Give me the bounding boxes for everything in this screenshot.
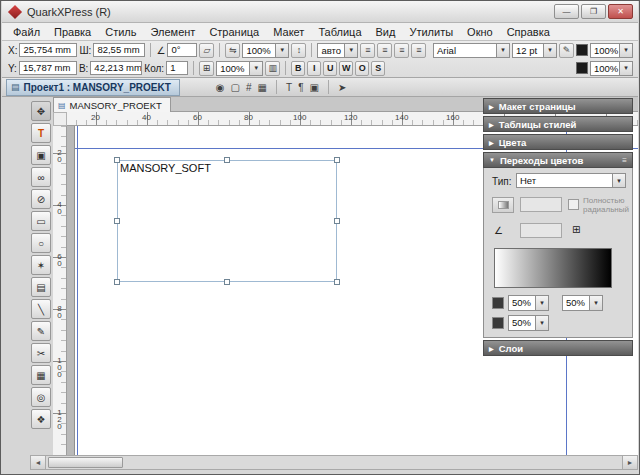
chevron-down-icon[interactable]: ▾ bbox=[590, 295, 603, 311]
selection-handle[interactable] bbox=[224, 157, 230, 163]
picture-content-tool[interactable]: ▣ bbox=[31, 145, 51, 165]
selection-handle[interactable] bbox=[114, 218, 120, 224]
text-content-tool[interactable]: T bbox=[31, 123, 51, 143]
shade3-value[interactable]: 50% bbox=[508, 315, 536, 331]
frames-icon[interactable]: ▢ bbox=[231, 82, 240, 93]
leading-value[interactable]: авто bbox=[317, 43, 345, 58]
selection-handle[interactable] bbox=[224, 279, 230, 285]
flip-horizontal-icon[interactable]: ⇋ bbox=[225, 43, 240, 58]
panel-menu-icon[interactable]: ≡ bbox=[622, 156, 627, 165]
bold-button[interactable]: B bbox=[291, 61, 305, 76]
selection-handle[interactable] bbox=[114, 279, 120, 285]
document-tab[interactable]: ▤ MANSORY_PROEKT bbox=[53, 97, 171, 112]
chevron-down-icon[interactable]: ▾ bbox=[620, 61, 633, 76]
menu-window[interactable]: Окно bbox=[460, 24, 500, 40]
align-right-icon[interactable]: ≡ bbox=[394, 43, 409, 58]
frame-color-swatch[interactable] bbox=[576, 62, 588, 74]
pan-tool[interactable]: ❖ bbox=[31, 409, 51, 429]
shade2-value[interactable]: 50% bbox=[562, 295, 590, 311]
text-box-content[interactable]: MANSORY_SOFT bbox=[118, 161, 336, 175]
font-combo[interactable]: Arial ▾ bbox=[433, 43, 510, 58]
menu-page[interactable]: Страница bbox=[202, 24, 266, 40]
text-color-swatch[interactable] bbox=[576, 44, 588, 56]
project-tab[interactable]: ▤ Проект1 : MANSORY_PROEKT bbox=[6, 79, 180, 96]
font-size-value[interactable]: 12 pt bbox=[512, 43, 544, 58]
panel-header-colors[interactable]: ▶ Цвета bbox=[483, 134, 633, 150]
chevron-down-icon[interactable]: ▾ bbox=[276, 43, 289, 58]
shadow-button[interactable]: S bbox=[371, 61, 385, 76]
text-icon[interactable]: T bbox=[286, 82, 292, 93]
y-field[interactable]: 15,787 mm bbox=[19, 61, 77, 75]
guides-icon[interactable]: # bbox=[246, 82, 252, 93]
align-center-icon[interactable]: ≡ bbox=[377, 43, 392, 58]
chevron-down-icon[interactable]: ▾ bbox=[345, 43, 358, 58]
blend-type-value[interactable]: Нет bbox=[516, 173, 613, 188]
chevron-down-icon[interactable]: ▾ bbox=[536, 295, 549, 311]
angle-field[interactable]: 0° bbox=[167, 43, 197, 57]
panel-header-layers[interactable]: ▶ Слои bbox=[483, 340, 633, 356]
panel-header-style-sheets[interactable]: ▶ Таблицы стилей bbox=[483, 116, 633, 132]
selection-handle[interactable] bbox=[334, 157, 340, 163]
panel-header-page-layout[interactable]: ▶ Макет страницы bbox=[483, 98, 633, 114]
chevron-down-icon[interactable]: ▾ bbox=[250, 61, 263, 76]
starburst-tool[interactable]: ✶ bbox=[31, 255, 51, 275]
box-tool[interactable]: ▭ bbox=[31, 211, 51, 231]
scale-y-value[interactable]: 100% bbox=[216, 61, 250, 76]
x-field[interactable]: 25,754 mm bbox=[19, 43, 77, 57]
horizontal-scrollbar[interactable]: ◄ ► bbox=[30, 455, 638, 470]
leading-combo[interactable]: авто ▾ bbox=[317, 43, 358, 58]
font-size-combo[interactable]: 12 pt ▾ bbox=[512, 43, 557, 58]
font-value[interactable]: Arial bbox=[433, 43, 497, 58]
chevron-down-icon[interactable]: ▾ bbox=[544, 43, 557, 58]
pen-icon[interactable]: ✎ bbox=[559, 43, 574, 58]
grid-plus-icon[interactable]: ⊞ bbox=[199, 61, 214, 76]
menu-view[interactable]: Вид bbox=[369, 24, 403, 40]
minimize-button[interactable]: — bbox=[554, 4, 579, 19]
flip-vertical-icon[interactable]: ↕ bbox=[291, 43, 306, 58]
color1-swatch[interactable] bbox=[492, 297, 504, 309]
grid-icon[interactable]: ▦ bbox=[258, 82, 267, 93]
picture-icon[interactable]: ▣ bbox=[310, 82, 319, 93]
align-justify-icon[interactable]: ≡ bbox=[411, 43, 426, 58]
item-tool[interactable]: ✥ bbox=[31, 101, 51, 121]
color2-swatch[interactable] bbox=[492, 317, 504, 329]
text-box[interactable]: MANSORY_SOFT bbox=[117, 160, 337, 282]
menu-edit[interactable]: Правка bbox=[47, 24, 98, 40]
width-field[interactable]: 82,55 mm bbox=[93, 43, 145, 57]
columns-icon[interactable]: ▥ bbox=[265, 61, 280, 76]
frame-opacity-value[interactable]: 100% bbox=[590, 61, 620, 76]
shade1-combo[interactable]: 50% ▾ bbox=[508, 295, 549, 311]
chevron-down-icon[interactable]: ▾ bbox=[536, 315, 549, 331]
line-tool[interactable]: ╲ bbox=[31, 299, 51, 319]
outline-button[interactable]: O bbox=[355, 61, 369, 76]
blend-type-dropdown[interactable]: Нет ▾ bbox=[516, 173, 626, 188]
shade3-combo[interactable]: 50% ▾ bbox=[508, 315, 549, 331]
height-field[interactable]: 42,213 mm bbox=[90, 61, 142, 75]
columns-field[interactable]: 1 bbox=[166, 61, 188, 75]
maximize-button[interactable]: ❐ bbox=[581, 4, 606, 19]
menu-item[interactable]: Элемент bbox=[144, 24, 203, 40]
bezier-pen-tool[interactable]: ✎ bbox=[31, 321, 51, 341]
unlinking-tool[interactable]: ⊘ bbox=[31, 189, 51, 209]
preview-icon[interactable]: ◉ bbox=[216, 82, 225, 93]
shade1-value[interactable]: 50% bbox=[508, 295, 536, 311]
scale-x-value[interactable]: 100% bbox=[242, 43, 276, 58]
left-margin-guide[interactable] bbox=[77, 126, 78, 455]
scale-x-combo[interactable]: 100% ▾ bbox=[242, 43, 289, 58]
shade2-combo[interactable]: 50% ▾ bbox=[562, 295, 603, 311]
composition-zones-tool[interactable]: ▤ bbox=[31, 277, 51, 297]
selection-handle[interactable] bbox=[114, 157, 120, 163]
panel-header-color-blends[interactable]: ▼ Переходы цветов ≡ bbox=[483, 152, 633, 168]
word-underline-button[interactable]: W bbox=[339, 61, 353, 76]
chevron-down-icon[interactable]: ▾ bbox=[613, 173, 626, 188]
zoom-tool[interactable]: ◎ bbox=[31, 387, 51, 407]
linking-tool[interactable]: ∞ bbox=[31, 167, 51, 187]
text-opacity-value[interactable]: 100% bbox=[590, 43, 620, 58]
frame-opacity-combo[interactable]: 100% ▾ bbox=[590, 61, 633, 76]
chevron-down-icon[interactable]: ▾ bbox=[497, 43, 510, 58]
oval-box-tool[interactable]: ○ bbox=[31, 233, 51, 253]
scissors-tool[interactable]: ✂ bbox=[31, 343, 51, 363]
menu-style[interactable]: Стиль bbox=[98, 24, 143, 40]
nav-forward-icon[interactable]: ➤ bbox=[338, 82, 346, 93]
italic-button[interactable]: I bbox=[307, 61, 321, 76]
